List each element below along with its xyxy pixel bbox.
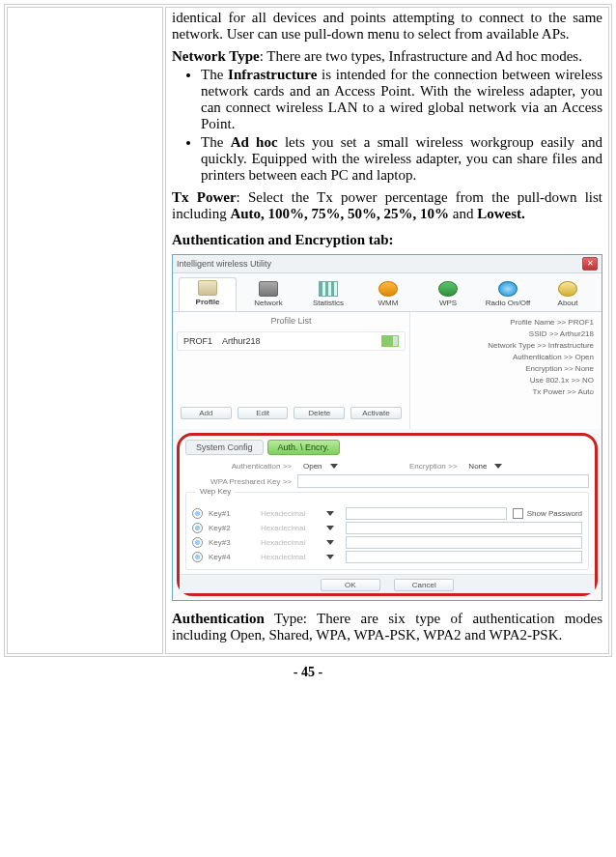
- wep-key3-radio[interactable]: [192, 537, 203, 548]
- page: identical for all devices and points att…: [0, 0, 616, 680]
- wep-key3-format-select[interactable]: Hexadecimal: [255, 537, 340, 548]
- auth-tab-heading: Authentication and Encryption tab:: [172, 232, 602, 248]
- tab-radio[interactable]: Radio On/Off: [480, 279, 536, 311]
- info-encryption: Encryption >> None: [418, 364, 594, 373]
- info-ssid: SSID >> Arthur218: [418, 329, 594, 338]
- info-tx-power: Tx Power >> Auto: [418, 387, 594, 396]
- chevron-down-icon: [326, 526, 334, 530]
- checkbox-icon: [513, 508, 523, 519]
- encryption-select[interactable]: None: [462, 461, 508, 471]
- signal-icon: [381, 335, 399, 347]
- wep-key-title: Wep Key: [196, 487, 235, 496]
- wep-row-2: Key#2 Hexadecimal: [192, 522, 582, 534]
- subtab-system-config[interactable]: System Config: [185, 440, 264, 455]
- statistics-icon: [319, 281, 338, 297]
- add-button[interactable]: Add: [181, 407, 232, 419]
- chevron-down-icon: [326, 540, 334, 545]
- window-title: Intelligent wireless Utility: [177, 259, 271, 269]
- tx-power-paragraph: Tx Power: Select the Tx power percentage…: [172, 189, 602, 222]
- network-type-paragraph: Network Type: There are two types, Infra…: [172, 48, 602, 65]
- wep-key4-input[interactable]: [346, 551, 582, 563]
- tab-profile[interactable]: Profile: [179, 277, 237, 311]
- encryption-value: None: [468, 462, 487, 471]
- sub-tabs: System Config Auth. \ Encry.: [185, 440, 589, 455]
- wep-key2-format-select[interactable]: Hexadecimal: [255, 523, 340, 533]
- about-icon: [558, 281, 577, 297]
- wireless-utility-screenshot: Intelligent wireless Utility ✕ Profile N…: [172, 254, 602, 601]
- wep-key2-label: Key#2: [209, 524, 249, 532]
- left-column: [7, 7, 163, 654]
- intro-paragraph: identical for all devices and points att…: [172, 10, 602, 43]
- wep-key2-radio[interactable]: [192, 523, 203, 533]
- tab-wps[interactable]: WPS: [420, 279, 476, 311]
- ok-button[interactable]: OK: [321, 579, 380, 591]
- encryption-label: Encryption >>: [389, 462, 457, 471]
- wep-key1-label: Key#1: [209, 509, 249, 518]
- network-type-bullets: The Infrastructure is intended for the c…: [172, 67, 602, 184]
- info-profile-name: Profile Name >> PROF1: [418, 318, 594, 327]
- delete-button[interactable]: Delete: [294, 407, 345, 419]
- page-number: - 45 -: [4, 665, 612, 680]
- activate-button[interactable]: Activate: [350, 407, 402, 419]
- profile-buttons: Add Edit Delete Activate: [177, 401, 406, 423]
- subtab-auth-encry[interactable]: Auth. \ Encry.: [267, 440, 340, 455]
- wep-key3-input[interactable]: [346, 536, 582, 549]
- info-authentication: Authentication >> Open: [418, 353, 594, 361]
- wep-row-1: Key#1 Hexadecimal Show Password: [192, 507, 582, 520]
- psk-input[interactable]: [297, 474, 589, 488]
- main-tabs: Profile Network Statistics WMM: [173, 273, 602, 312]
- chevron-down-icon: [494, 464, 502, 469]
- wep-key2-input[interactable]: [346, 522, 582, 534]
- profile-icon: [198, 280, 217, 296]
- tab-wmm[interactable]: WMM: [360, 279, 416, 311]
- wep-key3-label: Key#3: [209, 538, 249, 547]
- auth-encryption-panel: System Config Auth. \ Encry. Authenticat…: [177, 433, 598, 596]
- wep-key1-input[interactable]: [346, 507, 507, 520]
- info-network-type: Network Type >> Infrastructure: [418, 341, 594, 350]
- authentication-paragraph: Authentication Type: There are six type …: [172, 611, 602, 643]
- auth-line-authentication: Authentication >> Open Encryption >> Non…: [185, 461, 589, 471]
- profile-list-header: Profile List: [177, 316, 406, 326]
- chevron-down-icon: [330, 464, 338, 469]
- auth-label: Authentication >>: [185, 462, 292, 471]
- layout-table: identical for all devices and points att…: [4, 4, 612, 657]
- profile-name: PROF1: [183, 336, 212, 346]
- edit-button[interactable]: Edit: [238, 407, 289, 419]
- auth-fields: Authentication >> Open Encryption >> Non…: [185, 461, 589, 570]
- wep-key4-radio[interactable]: [192, 552, 203, 562]
- wep-key4-format-select[interactable]: Hexadecimal: [255, 552, 340, 562]
- tab-statistics[interactable]: Statistics: [300, 279, 356, 311]
- wep-key1-radio[interactable]: [192, 508, 203, 519]
- bullet-adhoc: The Ad hoc lets you set a small wireless…: [201, 134, 602, 184]
- info-8021x: Use 802.1x >> NO: [418, 376, 594, 385]
- wep-row-3: Key#3 Hexadecimal: [192, 536, 582, 549]
- auth-ok-bar: OK Cancel: [180, 574, 595, 593]
- utility-body: Profile List PROF1 Arthur218 Add Edit De…: [173, 312, 602, 429]
- wps-icon: [438, 281, 458, 297]
- wep-row-4: Key#4 Hexadecimal: [192, 551, 582, 563]
- psk-label: WPA Preshared Key >>: [185, 477, 292, 486]
- chevron-down-icon: [326, 555, 334, 559]
- network-icon: [259, 281, 278, 297]
- authentication-select[interactable]: Open: [297, 461, 344, 471]
- close-icon[interactable]: ✕: [582, 257, 598, 271]
- profile-list-area: Profile List PROF1 Arthur218 Add Edit De…: [173, 312, 410, 429]
- wep-key-group: Wep Key Key#1 Hexadecimal: [185, 492, 589, 570]
- chevron-down-icon: [326, 511, 334, 516]
- profile-info-panel: Profile Name >> PROF1 SSID >> Arthur218 …: [410, 312, 602, 429]
- bullet-infrastructure: The Infrastructure is intended for the c…: [201, 67, 602, 132]
- radio-icon: [498, 281, 518, 297]
- profile-list-row[interactable]: PROF1 Arthur218: [177, 331, 406, 351]
- tab-about[interactable]: About: [540, 279, 596, 311]
- wep-key4-label: Key#4: [209, 553, 249, 561]
- tab-network[interactable]: Network: [240, 279, 296, 311]
- wep-key1-format-select[interactable]: Hexadecimal: [255, 508, 340, 519]
- profile-ssid: Arthur218: [222, 336, 261, 346]
- network-type-text: : There are two types, Infrastructure an…: [260, 48, 582, 64]
- window-titlebar: Intelligent wireless Utility ✕: [173, 255, 602, 273]
- show-password-checkbox[interactable]: Show Password: [513, 508, 582, 519]
- cancel-button[interactable]: Cancel: [394, 579, 454, 591]
- right-column: identical for all devices and points att…: [165, 7, 609, 654]
- wmm-icon: [378, 281, 398, 297]
- authentication-value: Open: [303, 462, 322, 471]
